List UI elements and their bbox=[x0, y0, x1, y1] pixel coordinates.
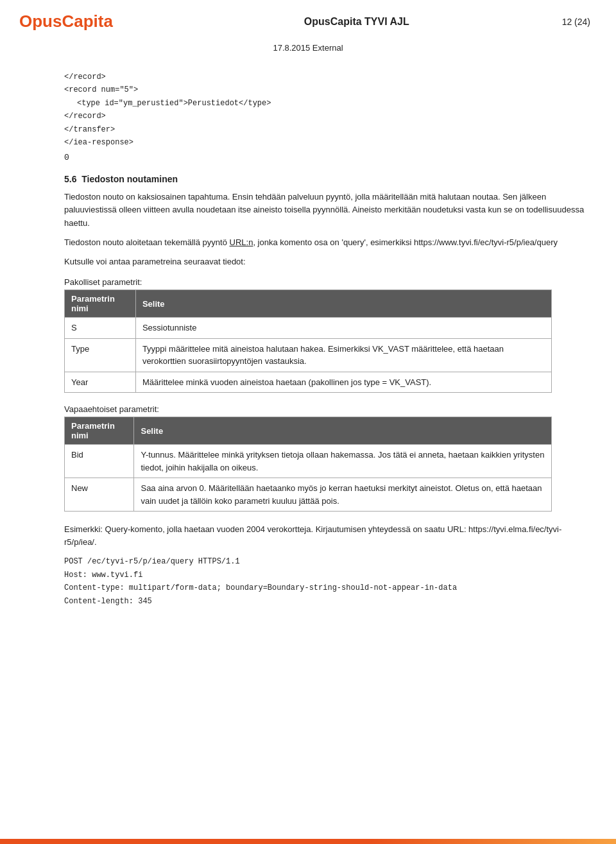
section-title: 5.6 Tiedoston noutaminen bbox=[64, 174, 590, 184]
paragraph-1: Tiedoston nouto on kaksiosainen tapahtum… bbox=[64, 191, 590, 229]
footer-code-line-2: Host: www.tyvi.fi bbox=[64, 569, 590, 581]
paragraph-3: Kutsulle voi antaa parametreina seuraava… bbox=[64, 255, 590, 268]
code-line-3: <type id="ym_perustied">Perustiedot</typ… bbox=[64, 97, 590, 110]
mandatory-col-desc: Selite bbox=[135, 290, 551, 318]
zero-value: 0 bbox=[64, 153, 590, 162]
page-number: 12 (24) bbox=[562, 17, 590, 27]
footer-code-line-3: Content-type: multipart/form-data; bound… bbox=[64, 581, 590, 594]
mandatory-row1-name: S bbox=[65, 318, 136, 339]
optional-row1-desc: Y-tunnus. Määrittelee minkä yrityksen ti… bbox=[134, 445, 552, 478]
logo-capita: Capita bbox=[62, 12, 112, 31]
code-line-1: </record> bbox=[64, 71, 590, 83]
optional-col-name: Parametrin nimi bbox=[65, 417, 134, 445]
p2-link[interactable]: URL:n bbox=[230, 237, 253, 247]
p2-before-link: Tiedoston nouto aloitetaan tekemällä pyy… bbox=[64, 237, 230, 247]
mandatory-row2-name: Type bbox=[65, 338, 136, 372]
logo-text: OpusCapita bbox=[19, 12, 113, 31]
footer-code-line-1: POST /ec/tyvi-r5/p/iea/query HTTPS/1.1 bbox=[64, 555, 590, 568]
code-block: </record> <record num="5"> <type id="ym_… bbox=[64, 71, 590, 149]
code-line-2: <record num="5"> bbox=[64, 83, 590, 96]
optional-col-desc: Selite bbox=[134, 417, 552, 445]
optional-params-table: Parametrin nimi Selite Bid Y-tunnus. Mää… bbox=[64, 417, 552, 512]
date-external: 17.8.2015 External bbox=[0, 43, 616, 53]
paragraph-2: Tiedoston nouto aloitetaan tekemällä pyy… bbox=[64, 236, 590, 249]
mandatory-table-label: Pakolliset parametrit: bbox=[64, 277, 590, 287]
optional-row1-name: Bid bbox=[65, 445, 134, 478]
table-row: Type Tyyppi määrittelee mitä aineistoa h… bbox=[65, 338, 552, 372]
footer-code-line-4: Content-length: 345 bbox=[64, 595, 590, 608]
code-line-5: </transfer> bbox=[64, 123, 590, 136]
logo-opus: Opus bbox=[19, 12, 62, 31]
p2-after-link: , jonka komento osa on 'query', esimerki… bbox=[253, 237, 558, 247]
table-row: Year Määrittelee minkä vuoden aineistoa … bbox=[65, 372, 552, 393]
mandatory-row1-desc: Sessiotunniste bbox=[135, 318, 551, 339]
main-content: </record> <record num="5"> <type id="ym_… bbox=[0, 64, 616, 627]
document-title: OpusCapita TYVI AJL bbox=[151, 16, 562, 28]
code-line-6: </iea-response> bbox=[64, 136, 590, 149]
optional-table-label: Vapaaehtoiset parametrit: bbox=[64, 404, 590, 414]
bottom-bar bbox=[0, 839, 616, 844]
table-row: S Sessiotunniste bbox=[65, 318, 552, 339]
footer-code-block: POST /ec/tyvi-r5/p/iea/query HTTPS/1.1 H… bbox=[64, 555, 590, 608]
page-header: OpusCapita OpusCapita TYVI AJL 12 (24) bbox=[0, 0, 616, 38]
mandatory-row2-desc: Tyyppi määrittelee mitä aineistoa haluta… bbox=[135, 338, 551, 372]
optional-row2-name: New bbox=[65, 478, 134, 512]
logo: OpusCapita bbox=[19, 12, 113, 31]
section-heading: Tiedoston noutaminen bbox=[81, 174, 178, 184]
mandatory-row3-name: Year bbox=[65, 372, 136, 393]
table-row: Bid Y-tunnus. Määrittelee minkä yritykse… bbox=[65, 445, 552, 478]
section-number: 5.6 bbox=[64, 174, 76, 184]
optional-row2-desc: Saa aina arvon 0. Määritellään haetaanko… bbox=[134, 478, 552, 512]
mandatory-params-table: Parametrin nimi Selite S Sessiotunniste … bbox=[64, 289, 552, 393]
mandatory-row3-desc: Määrittelee minkä vuoden aineistoa haeta… bbox=[135, 372, 551, 393]
table-row: New Saa aina arvon 0. Määritellään haeta… bbox=[65, 478, 552, 512]
mandatory-col-name: Parametrin nimi bbox=[65, 290, 136, 318]
code-line-4: </record> bbox=[64, 110, 590, 123]
footer-section: Esimerkki: Query-komento, jolla haetaan … bbox=[64, 523, 590, 608]
footer-paragraph: Esimerkki: Query-komento, jolla haetaan … bbox=[64, 523, 590, 549]
